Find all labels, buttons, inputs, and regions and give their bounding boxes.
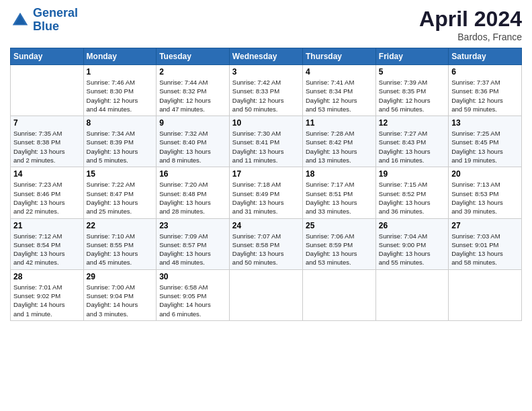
- day-info: Sunrise: 7:03 AM Sunset: 9:01 PM Dayligh…: [451, 232, 519, 267]
- calendar-cell: [375, 269, 448, 320]
- day-info: Sunrise: 7:30 AM Sunset: 8:41 PM Dayligh…: [232, 129, 300, 165]
- week-row-2: 7Sunrise: 7:35 AM Sunset: 8:38 PM Daylig…: [11, 116, 522, 167]
- week-row-4: 21Sunrise: 7:12 AM Sunset: 8:54 PM Dayli…: [11, 218, 522, 269]
- week-row-1: 1Sunrise: 7:46 AM Sunset: 8:30 PM Daylig…: [11, 65, 522, 116]
- day-info: Sunrise: 7:12 AM Sunset: 8:54 PM Dayligh…: [13, 232, 81, 267]
- calendar-cell: 11Sunrise: 7:28 AM Sunset: 8:42 PM Dayli…: [302, 116, 375, 167]
- calendar-cell: 30Sunrise: 6:58 AM Sunset: 9:05 PM Dayli…: [157, 269, 230, 320]
- day-number: 9: [159, 118, 226, 128]
- day-info: Sunrise: 7:28 AM Sunset: 8:42 PM Dayligh…: [306, 129, 373, 165]
- column-header-thursday: Thursday: [302, 48, 375, 65]
- calendar-cell: 28Sunrise: 7:01 AM Sunset: 9:02 PM Dayli…: [11, 269, 84, 320]
- calendar-cell: 14Sunrise: 7:23 AM Sunset: 8:46 PM Dayli…: [11, 167, 84, 218]
- day-number: 16: [159, 169, 226, 179]
- calendar-cell: 7Sunrise: 7:35 AM Sunset: 8:38 PM Daylig…: [11, 116, 84, 167]
- logo: General Blue: [10, 7, 78, 34]
- day-number: 29: [87, 272, 154, 281]
- calendar-cell: 2Sunrise: 7:44 AM Sunset: 8:32 PM Daylig…: [157, 65, 230, 116]
- day-info: Sunrise: 7:10 AM Sunset: 8:55 PM Dayligh…: [87, 232, 154, 267]
- day-number: 30: [159, 272, 226, 281]
- day-number: 3: [232, 67, 300, 77]
- calendar-cell: 26Sunrise: 7:04 AM Sunset: 9:00 PM Dayli…: [375, 218, 448, 269]
- day-info: Sunrise: 7:04 AM Sunset: 9:00 PM Dayligh…: [379, 232, 445, 267]
- logo-line2: Blue: [33, 19, 59, 33]
- calendar-cell: [302, 269, 375, 320]
- calendar-cell: 9Sunrise: 7:32 AM Sunset: 8:40 PM Daylig…: [157, 116, 230, 167]
- day-number: 24: [232, 221, 300, 230]
- column-header-saturday: Saturday: [449, 48, 522, 65]
- calendar-cell: 24Sunrise: 7:07 AM Sunset: 8:58 PM Dayli…: [229, 218, 302, 269]
- column-header-tuesday: Tuesday: [157, 48, 230, 65]
- calendar-cell: [11, 65, 84, 116]
- calendar-table: SundayMondayTuesdayWednesdayThursdayFrid…: [10, 48, 522, 321]
- calendar-cell: 4Sunrise: 7:41 AM Sunset: 8:34 PM Daylig…: [302, 65, 375, 116]
- month-title: April 2024: [419, 7, 522, 32]
- day-number: 13: [451, 118, 519, 128]
- day-info: Sunrise: 7:07 AM Sunset: 8:58 PM Dayligh…: [232, 232, 300, 267]
- day-number: 17: [232, 169, 300, 179]
- day-number: 8: [87, 118, 154, 128]
- day-info: Sunrise: 7:06 AM Sunset: 8:59 PM Dayligh…: [306, 232, 373, 267]
- calendar-cell: 19Sunrise: 7:15 AM Sunset: 8:52 PM Dayli…: [375, 167, 448, 218]
- day-info: Sunrise: 7:00 AM Sunset: 9:04 PM Dayligh…: [87, 283, 154, 318]
- calendar-cell: 20Sunrise: 7:13 AM Sunset: 8:53 PM Dayli…: [449, 167, 522, 218]
- week-row-3: 14Sunrise: 7:23 AM Sunset: 8:46 PM Dayli…: [11, 167, 522, 218]
- day-info: Sunrise: 7:32 AM Sunset: 8:40 PM Dayligh…: [159, 129, 226, 165]
- day-number: 22: [87, 221, 154, 230]
- calendar-cell: 29Sunrise: 7:00 AM Sunset: 9:04 PM Dayli…: [83, 269, 157, 320]
- page-header: General Blue April 2024 Bardos, France: [10, 7, 522, 42]
- day-info: Sunrise: 7:34 AM Sunset: 8:39 PM Dayligh…: [87, 129, 154, 165]
- day-info: Sunrise: 7:01 AM Sunset: 9:02 PM Dayligh…: [13, 283, 81, 318]
- calendar-cell: 8Sunrise: 7:34 AM Sunset: 8:39 PM Daylig…: [83, 116, 157, 167]
- logo-line1: General: [33, 6, 78, 19]
- day-number: 25: [306, 221, 373, 230]
- calendar-cell: 27Sunrise: 7:03 AM Sunset: 9:01 PM Dayli…: [449, 218, 522, 269]
- day-info: Sunrise: 7:42 AM Sunset: 8:33 PM Dayligh…: [232, 78, 300, 113]
- day-info: Sunrise: 7:27 AM Sunset: 8:43 PM Dayligh…: [379, 129, 445, 165]
- calendar-cell: 5Sunrise: 7:39 AM Sunset: 8:35 PM Daylig…: [375, 65, 448, 116]
- day-info: Sunrise: 7:15 AM Sunset: 8:52 PM Dayligh…: [379, 180, 445, 216]
- day-info: Sunrise: 7:22 AM Sunset: 8:47 PM Dayligh…: [87, 180, 154, 216]
- calendar-cell: 23Sunrise: 7:09 AM Sunset: 8:57 PM Dayli…: [157, 218, 230, 269]
- calendar-cell: 10Sunrise: 7:30 AM Sunset: 8:41 PM Dayli…: [229, 116, 302, 167]
- day-info: Sunrise: 7:41 AM Sunset: 8:34 PM Dayligh…: [306, 78, 373, 113]
- calendar-cell: 21Sunrise: 7:12 AM Sunset: 8:54 PM Dayli…: [11, 218, 84, 269]
- calendar-cell: 6Sunrise: 7:37 AM Sunset: 8:36 PM Daylig…: [449, 65, 522, 116]
- day-number: 14: [13, 169, 81, 179]
- week-row-5: 28Sunrise: 7:01 AM Sunset: 9:02 PM Dayli…: [11, 269, 522, 320]
- day-number: 23: [159, 221, 226, 230]
- day-info: Sunrise: 7:09 AM Sunset: 8:57 PM Dayligh…: [159, 232, 226, 267]
- day-number: 28: [13, 272, 81, 281]
- day-number: 11: [306, 118, 373, 128]
- day-number: 4: [306, 67, 373, 77]
- calendar-header-row: SundayMondayTuesdayWednesdayThursdayFrid…: [11, 48, 522, 65]
- calendar-cell: [449, 269, 522, 320]
- day-number: 7: [13, 118, 81, 128]
- column-header-friday: Friday: [375, 48, 448, 65]
- day-number: 20: [451, 169, 519, 179]
- day-number: 26: [379, 221, 445, 230]
- day-number: 5: [379, 67, 445, 77]
- day-info: Sunrise: 7:35 AM Sunset: 8:38 PM Dayligh…: [13, 129, 81, 165]
- day-number: 21: [13, 221, 81, 230]
- day-number: 1: [87, 67, 154, 77]
- calendar-cell: 16Sunrise: 7:20 AM Sunset: 8:48 PM Dayli…: [157, 167, 230, 218]
- logo-text: General Blue: [33, 7, 78, 34]
- day-info: Sunrise: 7:37 AM Sunset: 8:36 PM Dayligh…: [451, 78, 519, 113]
- calendar-cell: 15Sunrise: 7:22 AM Sunset: 8:47 PM Dayli…: [83, 167, 157, 218]
- column-header-monday: Monday: [83, 48, 157, 65]
- calendar-cell: [229, 269, 302, 320]
- day-number: 10: [232, 118, 300, 128]
- day-info: Sunrise: 7:39 AM Sunset: 8:35 PM Dayligh…: [379, 78, 445, 113]
- logo-icon: [10, 10, 30, 30]
- calendar-cell: 22Sunrise: 7:10 AM Sunset: 8:55 PM Dayli…: [83, 218, 157, 269]
- day-info: Sunrise: 7:17 AM Sunset: 8:51 PM Dayligh…: [306, 180, 373, 216]
- day-info: Sunrise: 6:58 AM Sunset: 9:05 PM Dayligh…: [159, 283, 226, 318]
- day-number: 12: [379, 118, 445, 128]
- day-info: Sunrise: 7:18 AM Sunset: 8:49 PM Dayligh…: [232, 180, 300, 216]
- day-number: 15: [87, 169, 154, 179]
- calendar-cell: 1Sunrise: 7:46 AM Sunset: 8:30 PM Daylig…: [83, 65, 157, 116]
- calendar-cell: 17Sunrise: 7:18 AM Sunset: 8:49 PM Dayli…: [229, 167, 302, 218]
- day-info: Sunrise: 7:44 AM Sunset: 8:32 PM Dayligh…: [159, 78, 226, 113]
- title-block: April 2024 Bardos, France: [419, 7, 522, 42]
